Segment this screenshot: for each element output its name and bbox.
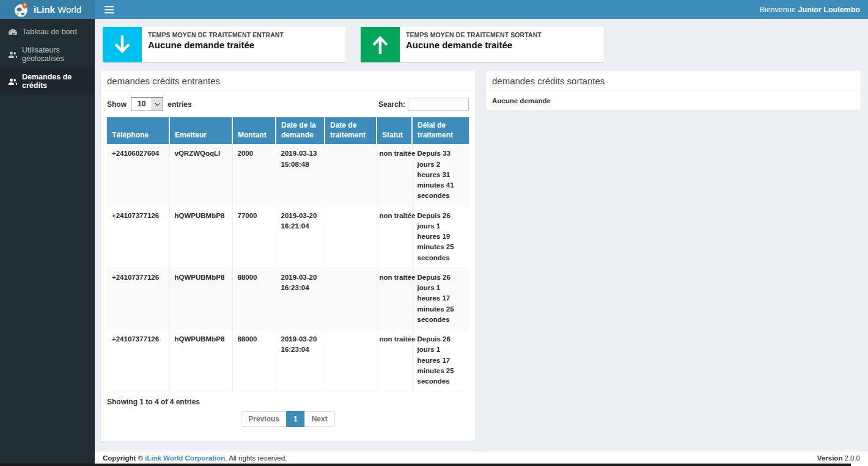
column-header[interactable]: Emetteur	[169, 117, 232, 144]
table-cell: Depuis 26 jours 1 heures 19 minutes 25 s…	[412, 206, 469, 268]
top-navbar: iLink World BienvenueJunior Loulembo	[0, 0, 868, 19]
brand-logo-link[interactable]: iLink World	[0, 0, 95, 19]
brand-name-rest: World	[57, 4, 81, 15]
table-cell: vQRZWQoqLI	[169, 144, 232, 206]
search-label: Search:	[378, 100, 405, 109]
column-header[interactable]: Date de la demande	[276, 117, 325, 144]
info-box-title: TEMPS MOYEN DE TRAITEMENT ENTRANT	[148, 31, 284, 38]
chevron-down-icon	[152, 98, 163, 111]
table-cell: 88000	[232, 268, 276, 329]
info-box-title: TEMPS MOYEN DE TRAITEMENT SORTANT	[406, 31, 542, 38]
welcome-message: BienvenueJunior Loulembo	[760, 0, 868, 19]
arrow-up-icon	[361, 27, 400, 62]
column-header[interactable]: Montant	[232, 117, 276, 144]
user-name: Junior Loulembo	[798, 5, 860, 14]
table-cell	[325, 330, 377, 391]
search-input[interactable]	[408, 98, 469, 111]
table-cell: hQWPUBMbP8	[169, 330, 232, 391]
content-area: TEMPS MOYEN DE TRAITEMENT ENTRANTAucune …	[95, 19, 868, 451]
sidebar-toggle-button[interactable]	[95, 0, 123, 19]
column-header[interactable]: Délai de traitement	[412, 117, 469, 144]
table-row: +24106027604vQRZWQoqLI20002019-03-13 15:…	[107, 144, 469, 206]
pagination-page-1-button[interactable]: 1	[286, 411, 305, 427]
table-cell: Depuis 33 jours 2 heures 31 minutes 41 s…	[412, 144, 469, 206]
entries-label: entries	[167, 100, 191, 109]
table-cell: 77000	[232, 206, 276, 268]
dashboard-icon	[8, 28, 17, 35]
table-cell	[325, 268, 377, 329]
table-cell: non traitée	[377, 206, 412, 268]
panel-demandes-sortantes: demandes crédits sortantes Aucune demand…	[486, 71, 861, 111]
users-icon	[8, 51, 17, 59]
sidebar-item-1[interactable]: Utilisateurs géolocalisés	[0, 41, 95, 68]
table-cell: +24107377126	[107, 206, 169, 268]
table-cell: 2019-03-20 16:21:04	[276, 206, 325, 268]
page-length-value: 10	[131, 98, 152, 111]
column-header[interactable]: Téléphone	[107, 117, 169, 144]
info-box: TEMPS MOYEN DE TRAITEMENT ENTRANTAucune …	[103, 27, 346, 62]
arrow-down-icon	[103, 27, 142, 62]
sidebar-item-2[interactable]: Demandes de crédits	[0, 68, 95, 95]
info-box-value: Aucune demande traitée	[148, 40, 284, 50]
sidebar-item-label: Utilisateurs géolocalisés	[22, 46, 87, 63]
info-box: TEMPS MOYEN DE TRAITEMENT SORTANTAucune …	[361, 27, 604, 62]
pagination-next-button[interactable]: Next	[304, 411, 335, 427]
table-cell: Depuis 26 jours 1 heures 17 minutes 25 s…	[412, 330, 469, 391]
info-box-value: Aucune demande traitée	[406, 40, 542, 50]
pagination: Previous 1 Next	[241, 411, 334, 427]
table-cell: hQWPUBMbP8	[169, 206, 232, 268]
empty-message: Aucune demande	[492, 97, 855, 104]
ilink-globe-logo-icon	[13, 2, 29, 18]
panel-title: demandes crédits sortantes	[486, 71, 861, 91]
sidebar: Tableau de bordUtilisateurs géolocalisés…	[0, 19, 95, 466]
pagination-previous-button[interactable]: Previous	[241, 411, 287, 427]
table-cell	[325, 206, 377, 268]
info-box-row: TEMPS MOYEN DE TRAITEMENT ENTRANTAucune …	[103, 27, 861, 62]
table-cell: non traitée	[377, 144, 412, 206]
show-label: Show	[107, 100, 127, 109]
ilink-corporation-link[interactable]: iLink World Corporation	[145, 454, 225, 462]
page-length-control: Show 10 entries	[107, 97, 192, 111]
table-cell: 2000	[232, 144, 276, 206]
table-cell: +24106027604	[107, 144, 169, 206]
table-cell: Depuis 26 jours 1 heures 17 minutes 25 s…	[412, 268, 469, 329]
sidebar-item-0[interactable]: Tableau de bord	[0, 23, 95, 41]
table-row: +24107377126hQWPUBMbP8880002019-03-20 16…	[107, 268, 469, 329]
hamburger-icon	[105, 6, 114, 13]
brand-name-bold: iLink	[34, 4, 55, 15]
table-row: +24107377126hQWPUBMbP8770002019-03-20 16…	[107, 206, 469, 268]
table-cell: +24107377126	[107, 268, 169, 329]
sidebar-item-label: Demandes de crédits	[22, 73, 87, 90]
sidebar-menu: Tableau de bordUtilisateurs géolocalisés…	[0, 19, 95, 95]
panel-title: demandes crédits entrantes	[101, 71, 475, 91]
users-icon	[8, 78, 17, 86]
column-header[interactable]: Statut	[377, 117, 412, 144]
table-info-text: Showing 1 to 4 of 4 entries	[107, 398, 469, 406]
table-cell: hQWPUBMbP8	[169, 268, 232, 329]
sidebar-item-label: Tableau de bord	[22, 27, 77, 36]
column-header[interactable]: Date de traitement	[325, 117, 377, 144]
bottom-edge-strip	[0, 464, 851, 466]
table-cell	[325, 144, 377, 206]
table-cell: non traitée	[377, 268, 412, 329]
table-cell: 88000	[232, 330, 276, 391]
table-cell: non traitée	[377, 330, 412, 391]
demandes-entrantes-table: TéléphoneEmetteurMontantDate de la deman…	[107, 117, 469, 391]
table-cell: +24107377126	[107, 330, 169, 391]
table-cell: 2019-03-13 15:08:48	[276, 144, 325, 206]
page-length-select[interactable]: 10	[131, 97, 163, 111]
panel-demandes-entrantes: demandes crédits entrantes Show 10 entri	[101, 71, 475, 442]
table-row: +24107377126hQWPUBMbP8880002019-03-20 16…	[107, 330, 469, 391]
table-cell: 2019-03-20 16:23:04	[276, 268, 325, 329]
table-cell: 2019-03-20 16:23:04	[276, 330, 325, 391]
